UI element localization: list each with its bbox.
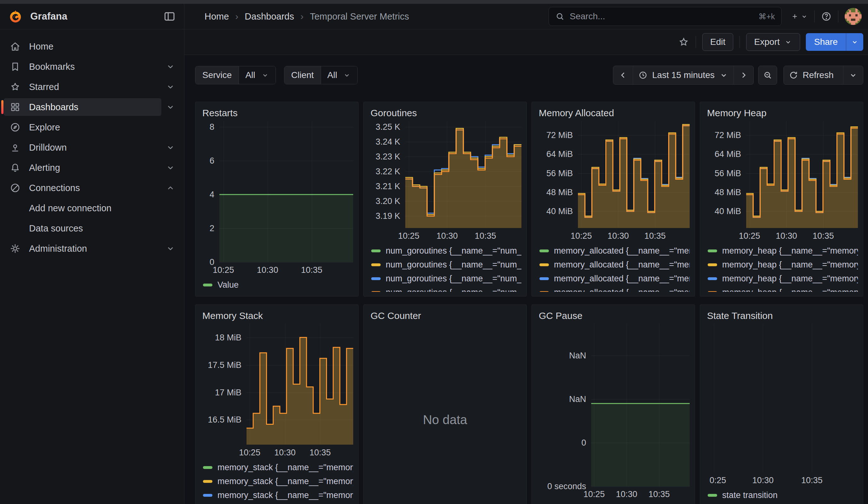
sidebar-item-add-new-connection[interactable]: Add new connection (0, 198, 184, 218)
sidebar-item-label: Add new connection (29, 203, 111, 214)
sidebar-item-bookmarks[interactable]: Bookmarks (0, 56, 184, 77)
search-input[interactable]: Search... ⌘+k (549, 7, 782, 26)
sidebar-item-starred[interactable]: Starred (0, 77, 184, 97)
panel-title[interactable]: State Transition (707, 310, 858, 321)
new-button[interactable] (789, 13, 808, 20)
sidebar-item-home[interactable]: Home (0, 36, 184, 56)
x-tick-label: 10:30 (752, 475, 774, 485)
export-button[interactable]: Export (746, 33, 800, 51)
sidebar-item-drilldown[interactable]: Drilldown (0, 137, 184, 157)
time-shift-back-button[interactable] (613, 66, 633, 84)
panel-title[interactable]: Memory Heap (707, 108, 858, 119)
panel-title[interactable]: Goroutines (371, 108, 521, 119)
plot-area[interactable] (578, 121, 690, 228)
grafana-logo-icon[interactable] (8, 9, 23, 24)
chevron-down-icon[interactable] (166, 62, 175, 71)
chevron-down-icon[interactable] (166, 82, 175, 92)
legend-label: memory_heap {__name__="memory_h (722, 246, 858, 256)
legend-item[interactable]: memory_heap {__name__="memory_h (707, 286, 858, 292)
legend-item[interactable]: memory_stack {__name__="memory_s (203, 474, 353, 488)
plot-area[interactable] (746, 121, 858, 228)
legend-item[interactable]: shard_item_created (707, 502, 858, 504)
refresh-interval-button[interactable] (843, 66, 863, 84)
star-icon (9, 81, 21, 93)
legend-item[interactable]: Value (203, 278, 353, 292)
panel-title[interactable]: Memory Stack (202, 310, 353, 321)
legend-item[interactable]: num_goroutines {__name__="num_go (371, 244, 521, 258)
brand-name[interactable]: Grafana (30, 11, 67, 22)
time-series-chart[interactable]: 72 MiB64 MiB56 MiB48 MiB40 MiB10:2510:30… (705, 121, 858, 243)
edit-button[interactable]: Edit (702, 33, 733, 51)
sidebar-item-connections[interactable]: Connections (0, 178, 184, 198)
panel-title[interactable]: Restarts (202, 108, 353, 119)
x-tick-label: 10:30 (274, 448, 296, 457)
legend-item[interactable]: memory_allocated {__name__="memc (539, 286, 690, 292)
plot-area[interactable] (219, 121, 353, 262)
x-tick-label: 10:30 (608, 231, 629, 241)
panel-title[interactable]: GC Counter (371, 310, 521, 321)
time-series-chart[interactable]: 72 MiB64 MiB56 MiB48 MiB40 MiB10:2510:30… (537, 121, 690, 243)
sidebar-item-administration[interactable]: Administration (0, 238, 184, 259)
legend-swatch (371, 249, 381, 252)
panel-legend: Value (537, 501, 690, 504)
legend-item[interactable]: num_goroutines {__name__="num_go (371, 286, 521, 292)
plot-area[interactable] (591, 324, 690, 486)
time-series-chart[interactable]: 0:2510:3010:35 (705, 324, 858, 487)
y-axis: 86420 (200, 121, 219, 262)
legend-item[interactable]: memory_allocated {__name__="memc (539, 258, 690, 271)
sidebar-item-dashboards[interactable]: Dashboards (0, 97, 184, 117)
service-filter-value[interactable]: All (239, 66, 275, 84)
time-series-chart[interactable]: NaNNaN00 seconds10:2510:3010:35 (537, 324, 690, 501)
share-button[interactable]: Share (806, 33, 846, 51)
x-axis: 10:2510:3010:35 (746, 228, 858, 243)
time-series-chart[interactable]: 18 MiB17.5 MiB17 MiB16.5 MiB10:2510:3010… (200, 324, 353, 459)
zoom-out-time-button[interactable] (758, 66, 777, 85)
series-svg (578, 121, 690, 228)
breadcrumb-dashboards[interactable]: Dashboards (245, 11, 294, 22)
panel-title[interactable]: GC Pause (539, 310, 690, 321)
legend-item[interactable]: memory_stack {__name__="memory_s (203, 460, 353, 474)
legend-item[interactable]: memory_heap {__name__="memory_h (707, 244, 858, 258)
client-filter-value[interactable]: All (321, 66, 357, 84)
chevron-down-icon[interactable] (166, 102, 175, 112)
legend-item[interactable]: memory_heap {__name__="memory_h (707, 258, 858, 271)
legend-label: num_goroutines {__name__="num_go (386, 274, 521, 284)
x-axis: 10:2510:3010:35 (219, 262, 353, 277)
time-series-chart[interactable]: 3.25 K3.24 K3.23 K3.22 K3.21 K3.20 K3.19… (369, 121, 521, 243)
legend-item[interactable]: state transition (707, 488, 858, 502)
time-range-group: Last 15 minutes (613, 66, 754, 85)
time-series-chart[interactable]: 8642010:2510:3010:35 (200, 121, 353, 277)
legend-item[interactable]: memory_stack {__name__="memory_s (203, 502, 353, 504)
chevron-down-icon[interactable] (166, 143, 175, 152)
y-tick-label: 3.20 K (375, 196, 400, 206)
chevron-up-icon[interactable] (166, 183, 175, 193)
legend-label: num_goroutines {__name__="num_go (386, 260, 521, 270)
legend-item[interactable]: memory_allocated {__name__="memc (539, 244, 690, 258)
breadcrumb-home[interactable]: Home (205, 11, 229, 22)
sidebar-item-data-sources[interactable]: Data sources (0, 218, 184, 238)
legend-item[interactable]: memory_heap {__name__="memory_h (707, 271, 858, 286)
chevron-down-icon[interactable] (166, 244, 175, 253)
help-button[interactable] (821, 11, 832, 22)
dock-menu-icon[interactable] (163, 10, 176, 23)
plot-area[interactable] (247, 324, 353, 445)
plot-area[interactable] (405, 121, 521, 228)
legend-item[interactable]: num_goroutines {__name__="num_go (371, 271, 521, 286)
panel-title[interactable]: Memory Allocated (539, 108, 690, 119)
legend-item[interactable]: num_goroutines {__name__="num_go (371, 258, 521, 271)
share-options-button[interactable] (846, 33, 863, 51)
sidebar-item-explore[interactable]: Explore (0, 117, 184, 137)
star-dashboard-icon[interactable] (678, 36, 689, 48)
plot-area[interactable] (710, 324, 858, 472)
search-placeholder: Search... (570, 11, 605, 21)
legend-item[interactable]: memory_allocated {__name__="memc (539, 271, 690, 286)
header-divider (814, 10, 815, 22)
legend-item[interactable]: memory_stack {__name__="memory_s (203, 488, 353, 502)
refresh-button[interactable]: Refresh (784, 66, 843, 84)
time-range-picker[interactable]: Last 15 minutes (633, 66, 734, 84)
chevron-down-icon[interactable] (166, 163, 175, 172)
sidebar-item-alerting[interactable]: Alerting (0, 157, 184, 178)
legend-item[interactable]: Value (539, 502, 690, 504)
user-avatar[interactable] (845, 8, 862, 25)
time-shift-forward-button[interactable] (734, 66, 753, 84)
